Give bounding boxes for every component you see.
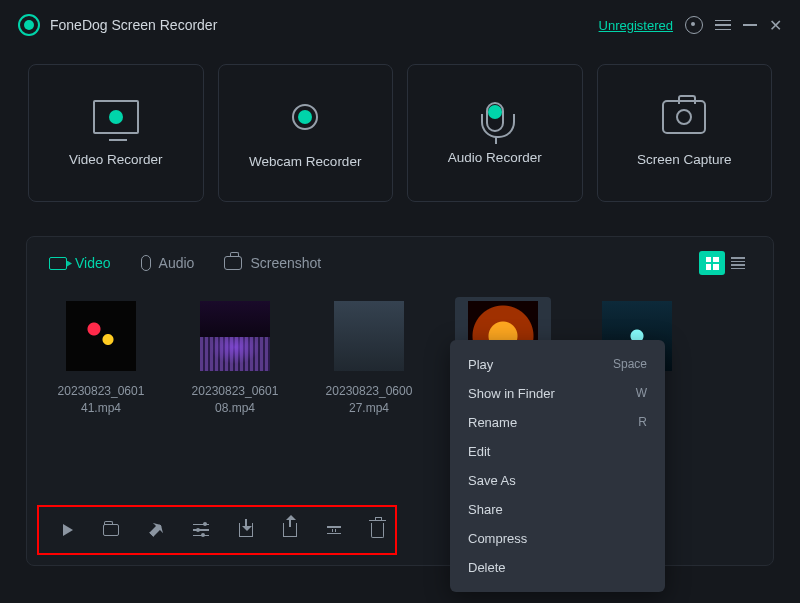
open-folder-button[interactable] — [103, 524, 119, 536]
share-button[interactable] — [283, 523, 297, 537]
microphone-icon — [486, 102, 504, 132]
list-icon — [731, 257, 745, 269]
library-item[interactable]: 20230823_060027.mp4 — [321, 301, 417, 417]
play-button[interactable] — [63, 524, 73, 536]
view-list-button[interactable] — [725, 251, 751, 275]
tab-label: Audio — [159, 255, 195, 271]
menu-item-label: Share — [468, 502, 503, 517]
view-grid-button[interactable] — [699, 251, 725, 275]
close-button[interactable]: ✕ — [769, 16, 782, 35]
edit-button[interactable] — [149, 523, 163, 537]
context-menu-edit[interactable]: Edit — [450, 437, 665, 466]
microphone-icon — [141, 255, 151, 271]
context-menu-play[interactable]: PlaySpace — [450, 350, 665, 379]
minimize-button[interactable] — [743, 24, 757, 26]
download-button[interactable] — [239, 523, 253, 537]
menu-item-label: Show in Finder — [468, 386, 555, 401]
item-filename: 20230823_060108.mp4 — [190, 383, 281, 417]
menu-item-label: Delete — [468, 560, 506, 575]
play-icon — [63, 524, 73, 536]
tab-label: Video — [75, 255, 111, 271]
app-title: FoneDog Screen Recorder — [50, 17, 217, 33]
shortcut: Space — [613, 357, 647, 372]
mode-webcam-recorder[interactable]: Webcam Recorder — [218, 64, 394, 202]
adjust-button[interactable] — [193, 524, 209, 537]
menu-item-label: Edit — [468, 444, 490, 459]
tab-audio[interactable]: Audio — [141, 255, 195, 271]
context-menu-share[interactable]: Share — [450, 495, 665, 524]
library-item[interactable]: 20230823_060141.mp4 — [53, 301, 149, 417]
thumbnail — [334, 301, 404, 371]
folder-icon — [103, 524, 119, 536]
video-icon — [49, 257, 67, 270]
gear-icon[interactable] — [685, 16, 703, 34]
pencil-icon — [146, 520, 166, 540]
registration-link[interactable]: Unregistered — [599, 18, 673, 33]
webcam-icon — [283, 98, 327, 136]
tab-video[interactable]: Video — [49, 255, 111, 271]
context-menu-rename[interactable]: RenameR — [450, 408, 665, 437]
mode-label: Screen Capture — [637, 152, 732, 167]
menu-item-label: Save As — [468, 473, 516, 488]
thumbnail — [200, 301, 270, 371]
compress-button[interactable] — [327, 523, 341, 537]
mode-screen-capture[interactable]: Screen Capture — [597, 64, 773, 202]
mode-video-recorder[interactable]: Video Recorder — [28, 64, 204, 202]
monitor-icon — [93, 100, 139, 134]
mode-audio-recorder[interactable]: Audio Recorder — [407, 64, 583, 202]
thumbnail — [66, 301, 136, 371]
context-menu: PlaySpace Show in FinderW RenameR Edit S… — [450, 340, 665, 592]
camera-icon — [662, 100, 706, 134]
download-icon — [239, 523, 253, 537]
context-menu-save-as[interactable]: Save As — [450, 466, 665, 495]
mode-label: Audio Recorder — [448, 150, 542, 165]
menu-item-label: Rename — [468, 415, 517, 430]
context-menu-show-in-finder[interactable]: Show in FinderW — [450, 379, 665, 408]
library-item[interactable]: 20230823_060108.mp4 — [187, 301, 283, 417]
mode-label: Webcam Recorder — [249, 154, 361, 169]
item-filename: 20230823_060027.mp4 — [324, 383, 415, 417]
item-filename: 20230823_060141.mp4 — [56, 383, 147, 417]
tab-label: Screenshot — [250, 255, 321, 271]
camera-icon — [224, 256, 242, 270]
menu-icon[interactable] — [715, 20, 731, 31]
app-logo — [18, 14, 40, 36]
tab-screenshot[interactable]: Screenshot — [224, 255, 321, 271]
menu-item-label: Compress — [468, 531, 527, 546]
context-menu-compress[interactable]: Compress — [450, 524, 665, 553]
delete-button[interactable] — [371, 523, 384, 538]
context-menu-delete[interactable]: Delete — [450, 553, 665, 582]
share-icon — [283, 523, 297, 537]
shortcut: W — [636, 386, 647, 401]
grid-icon — [706, 257, 719, 270]
sliders-icon — [193, 524, 209, 537]
trash-icon — [371, 523, 384, 538]
menu-item-label: Play — [468, 357, 493, 372]
mode-label: Video Recorder — [69, 152, 163, 167]
action-bar — [37, 505, 397, 555]
compress-icon — [327, 523, 341, 537]
shortcut: R — [638, 415, 647, 430]
